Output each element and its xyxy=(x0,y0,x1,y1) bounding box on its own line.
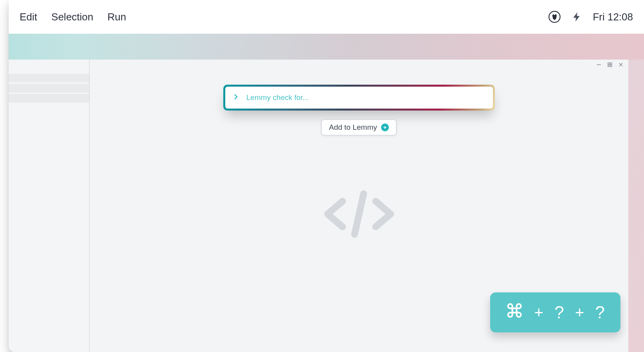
svg-rect-5 xyxy=(610,65,612,67)
menu-selection[interactable]: Selection xyxy=(51,11,93,23)
svg-rect-4 xyxy=(608,65,609,67)
menubar-left: Edit Selection Run xyxy=(20,11,126,23)
svg-line-6 xyxy=(354,194,363,234)
brave-icon[interactable] xyxy=(548,10,561,24)
shortcut-sep: + xyxy=(575,304,584,321)
search-box xyxy=(225,87,493,109)
search-area: Add to Lemmy + xyxy=(89,85,628,241)
bolt-icon[interactable] xyxy=(571,11,582,22)
search-box-border xyxy=(223,85,495,111)
svg-rect-2 xyxy=(608,63,609,64)
shortcut-key-2: ? xyxy=(595,303,605,322)
title-gradient-band xyxy=(9,34,644,60)
shortcut-sep: + xyxy=(534,304,543,321)
grid-icon[interactable] xyxy=(607,62,613,67)
clock-label: Fri 12:08 xyxy=(593,11,633,23)
add-to-lemmy-label: Add to Lemmy xyxy=(329,123,377,132)
sidebar-row[interactable] xyxy=(9,94,89,103)
svg-rect-3 xyxy=(610,63,612,64)
shortcut-key-1: ? xyxy=(555,303,564,322)
code-placeholder-icon xyxy=(314,187,404,241)
minimize-icon[interactable] xyxy=(596,62,602,67)
app-window: Edit Selection Run Fri 12:08 xyxy=(9,0,644,352)
menubar: Edit Selection Run Fri 12:08 xyxy=(9,0,644,34)
menubar-right: Fri 12:08 xyxy=(548,10,633,24)
menu-edit[interactable]: Edit xyxy=(20,11,37,23)
main-panel: Add to Lemmy + xyxy=(89,60,644,352)
menu-run[interactable]: Run xyxy=(108,11,126,23)
search-input[interactable] xyxy=(246,93,486,102)
command-icon xyxy=(506,302,523,323)
sidebar xyxy=(9,60,89,352)
sidebar-row[interactable] xyxy=(9,74,89,82)
workspace: Add to Lemmy + xyxy=(9,60,644,352)
shortcut-hint: + ? + ? xyxy=(490,292,620,332)
sidebar-row[interactable] xyxy=(9,84,89,93)
close-icon[interactable] xyxy=(618,62,624,67)
plus-circle-icon: + xyxy=(381,123,389,131)
window-controls xyxy=(596,62,624,67)
chevron-right-icon xyxy=(232,93,239,102)
add-to-lemmy-button[interactable]: Add to Lemmy + xyxy=(321,119,397,136)
